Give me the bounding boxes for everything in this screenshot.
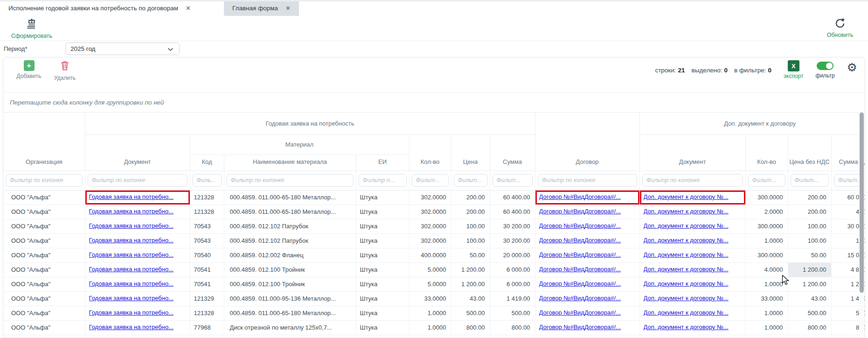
filter-input-org[interactable] (6, 174, 83, 187)
dopdoc-link[interactable]: Доп. документ к договору №... (644, 309, 729, 316)
filter-input-qty2[interactable] (748, 174, 785, 187)
dopdoc-link[interactable]: Доп. документ к договору №... (644, 193, 729, 200)
col-header-ei[interactable]: ЕИ (356, 155, 409, 170)
contract-link[interactable]: Договор №#ВидДоговора#/... (539, 208, 621, 215)
vertical-scrollbar[interactable] (859, 113, 864, 338)
dopdoc-link[interactable]: Доп. документ к договору №... (644, 237, 729, 244)
filter-input-ei[interactable] (359, 174, 407, 187)
filter-input-dopdoc[interactable] (642, 174, 743, 187)
col-header-qty[interactable]: Кол-во (409, 134, 451, 170)
cell-price: 100.00 (451, 219, 490, 233)
doc-link[interactable]: Годовая заявка на потребно... (89, 295, 174, 302)
contract-link[interactable]: Договор №#ВидДоговора#/... (539, 266, 621, 273)
filter-input-contract[interactable] (538, 174, 637, 187)
col-header-price[interactable]: Цена (451, 134, 490, 170)
cell-doc: Годовая заявка на потребно... (85, 291, 190, 306)
contract-link[interactable]: Договор №#ВидДоговора#/... (539, 222, 621, 229)
cell-name: 000.4859. 012.100 Тройник (224, 262, 356, 277)
tab-label: Исполнение годовой заявки на потребность… (8, 5, 178, 12)
filter-input-price[interactable] (454, 174, 487, 187)
dopdoc-link[interactable]: Доп. документ к договору №... (644, 208, 729, 215)
cell-org: ООО "Альфа" (3, 190, 85, 204)
close-icon[interactable]: ✕ (186, 5, 191, 12)
doc-link[interactable]: Годовая заявка на потребно... (89, 309, 174, 316)
dopdoc-link[interactable]: Доп. документ к договору №... (644, 251, 729, 258)
contract-link[interactable]: Договор №#ВидДоговора#/... (539, 280, 621, 287)
cell-qty: 1.0000 (409, 320, 451, 335)
cell-org: ООО "Альфа" (3, 291, 85, 306)
grid-toolbar: + Добавить Удалить строки:21 выделено:0 (3, 57, 865, 92)
tab-label: Главная форма (232, 5, 278, 12)
filter-input-qty[interactable] (412, 174, 449, 187)
dopdoc-link[interactable]: Доп. документ к договору №... (644, 295, 729, 302)
dopdoc-link[interactable]: Доп. документ к договору №... (644, 222, 729, 229)
table-row[interactable]: ООО "Альфа"Годовая заявка на потребно...… (3, 233, 865, 248)
refresh-button[interactable]: Обновить (822, 18, 858, 38)
tab-main-form[interactable]: Главная форма ✕ (224, 0, 299, 16)
doc-link[interactable]: Годовая заявка на потребно... (89, 324, 174, 331)
group-drop-zone[interactable]: Перетащите сюда колонку для группировки … (3, 92, 865, 113)
col-header-doc[interactable]: Документ (85, 134, 190, 170)
generate-button[interactable]: Сформировать (9, 18, 54, 39)
tab-annual-request-execution[interactable]: Исполнение годовой заявки на потребность… (0, 0, 219, 16)
top-toolbar: Сформировать Обновить (0, 16, 868, 41)
table-row[interactable]: ООО "Альфа"Годовая заявка на потребно...… (3, 277, 865, 291)
plus-icon: + (24, 60, 35, 71)
doc-link[interactable]: Годовая заявка на потребно... (89, 266, 174, 273)
cell-price: 100.00 (451, 233, 490, 248)
doc-link[interactable]: Годовая заявка на потребно... (89, 193, 174, 200)
cell-sum: 30 200.00 (490, 233, 535, 248)
cell-name: Диск отрезной по металлу 125х0,7... (224, 320, 356, 335)
filter-input-doc[interactable] (88, 174, 187, 187)
col-header-dopdoc[interactable]: Документ (639, 134, 745, 170)
cell-doc: Годовая заявка на потребно... (85, 306, 190, 320)
add-row-button[interactable]: + Добавить (11, 60, 47, 79)
col-header-qty2[interactable]: Кол-во (745, 134, 788, 170)
filter-input-code[interactable] (193, 174, 222, 187)
contract-link[interactable]: Договор №#ВидДоговора#/... (539, 295, 621, 302)
contract-link[interactable]: Договор №#ВидДоговора#/... (539, 237, 621, 244)
period-select[interactable]: 2025 год (65, 42, 180, 55)
col-header-sum[interactable]: Сумма (490, 134, 535, 170)
table-row[interactable]: ООО "Альфа"Годовая заявка на потребно...… (3, 291, 865, 306)
delete-row-button[interactable]: Удалить (48, 60, 82, 81)
filter-toggle[interactable]: фильтр (816, 60, 835, 79)
table-row[interactable]: ООО "Альфа"Годовая заявка на потребно...… (3, 219, 865, 233)
contract-link[interactable]: Договор №#ВидДоговора#/... (539, 193, 621, 200)
doc-link[interactable]: Годовая заявка на потребно... (89, 222, 174, 229)
dopdoc-link[interactable]: Доп. документ к договору №... (644, 324, 729, 331)
close-icon[interactable]: ✕ (285, 5, 291, 12)
dopdoc-link[interactable]: Доп. документ к договору №... (644, 266, 729, 273)
col-header-name[interactable]: Наименование материала (224, 155, 356, 170)
doc-link[interactable]: Годовая заявка на потребно... (89, 237, 174, 244)
doc-link[interactable]: Годовая заявка на потребно... (89, 251, 174, 258)
table-row[interactable]: ООО "Альфа"Годовая заявка на потребно...… (3, 204, 865, 219)
contract-link[interactable]: Договор №#ВидДоговора#/... (539, 324, 621, 331)
cell-name: 000.4859. 011.000-95-136 Металлор... (224, 291, 356, 306)
dopdoc-link[interactable]: Доп. документ к договору №... (644, 280, 729, 287)
col-header-org[interactable]: Организация (3, 113, 85, 170)
filter-input-price2[interactable] (791, 174, 829, 187)
table-row[interactable]: ООО "Альфа"Годовая заявка на потребно...… (3, 306, 865, 320)
doc-link[interactable]: Годовая заявка на потребно... (89, 280, 174, 287)
export-excel-button[interactable]: X экспорт (784, 60, 804, 79)
gear-icon[interactable]: ⚙ (847, 62, 857, 73)
table-row[interactable]: ООО "Альфа"Годовая заявка на потребно...… (3, 190, 865, 204)
cell-qty: 302.0000 (409, 219, 451, 233)
cell-code: 70543 (190, 233, 224, 248)
contract-link[interactable]: Договор №#ВидДоговора#/... (539, 309, 621, 316)
cell-dopdoc: Доп. документ к договору №... (639, 190, 745, 204)
col-header-price2[interactable]: Цена без НДС (788, 134, 831, 170)
col-header-code[interactable]: Код (190, 155, 224, 170)
scrollbar-thumb[interactable] (860, 113, 864, 293)
filter-input-sum[interactable] (493, 174, 533, 187)
cell-ei: Штука (356, 219, 409, 233)
table-row[interactable]: ООО "Альфа"Годовая заявка на потребно...… (3, 262, 865, 277)
cell-code: 121328 (190, 204, 224, 219)
contract-link[interactable]: Договор №#ВидДоговора#/... (539, 251, 621, 258)
col-header-contract[interactable]: Договор (535, 113, 639, 170)
table-row[interactable]: ООО "Альфа"Годовая заявка на потребно...… (3, 248, 865, 262)
doc-link[interactable]: Годовая заявка на потребно... (89, 208, 174, 215)
filter-input-name[interactable] (227, 174, 354, 187)
table-row[interactable]: ООО "Альфа"Годовая заявка на потребно...… (3, 320, 865, 335)
